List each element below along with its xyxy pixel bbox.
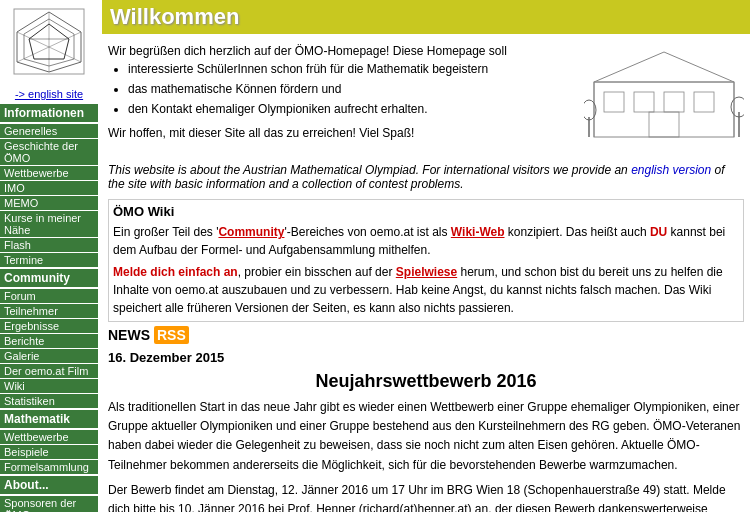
sidebar-item-ergebnisse[interactable]: Ergebnisse	[0, 319, 98, 333]
sidebar-item-imo[interactable]: IMO	[0, 181, 98, 195]
page-header: Willkommen	[102, 0, 750, 34]
logo-area	[0, 0, 98, 86]
svg-rect-10	[634, 92, 654, 112]
sidebar-item-sponsoren[interactable]: Sponsoren der ÖMO	[0, 496, 98, 512]
svg-rect-12	[694, 92, 714, 112]
building-image	[584, 42, 744, 147]
news-body-1b: Der Bewerb findet am Dienstag, 12. Jänne…	[108, 481, 744, 512]
news-body-1a: Als traditionellen Start in das neue Jah…	[108, 398, 744, 475]
sidebar-item-film[interactable]: Der oemo.at Film	[0, 364, 98, 378]
sidebar-section-informationen: Informationen Generelles Geschichte der …	[0, 104, 98, 267]
page-title: Willkommen	[110, 4, 742, 30]
italic-text-before: This website is about the Austrian Mathe…	[108, 163, 631, 177]
rss-icon[interactable]: RSS	[154, 326, 189, 344]
sidebar-item-generelles[interactable]: Generelles	[0, 124, 98, 138]
sidebar-item-formelsammlung[interactable]: Formelsammlung	[0, 460, 98, 474]
news-header: NEWS RSS	[108, 326, 744, 344]
news-title-1: Neujahrswettbewerb 2016	[108, 371, 744, 392]
sidebar-header-community[interactable]: Community	[0, 269, 98, 287]
sidebar-item-forum[interactable]: Forum	[0, 289, 98, 303]
sidebar-item-wiki[interactable]: Wiki	[0, 379, 98, 393]
sidebar-item-teilnehmer[interactable]: Teilnehmer	[0, 304, 98, 318]
svg-rect-13	[649, 112, 679, 137]
sidebar-item-geschichte[interactable]: Geschichte der ÖMO	[0, 139, 98, 165]
welcome-area: Wir begrüßen dich herzlich auf der ÖMO-H…	[102, 38, 750, 159]
svg-rect-11	[664, 92, 684, 112]
news-date-1: 16. Dezember 2015	[108, 350, 744, 365]
sidebar-item-termine[interactable]: Termine	[0, 253, 98, 267]
sidebar-header-mathematik[interactable]: Mathematik	[0, 410, 98, 428]
community-link[interactable]: Community	[218, 225, 284, 239]
sidebar-section-community: Community Forum Teilnehmer Ergebnisse Be…	[0, 269, 98, 408]
building-sketch-icon	[584, 42, 744, 142]
wiki-title: ÖMO Wiki	[113, 204, 739, 219]
english-link[interactable]: -> english site	[0, 86, 98, 104]
spielwiese-link[interactable]: Spielwiese	[396, 265, 457, 279]
sidebar-item-statistiken[interactable]: Statistiken	[0, 394, 98, 408]
logo-icon	[9, 4, 89, 79]
sidebar-header-informationen[interactable]: Informationen	[0, 104, 98, 122]
sidebar-item-kurse[interactable]: Kurse in meiner Nähe	[0, 211, 98, 237]
sidebar-item-beispiele[interactable]: Beispiele	[0, 445, 98, 459]
sidebar-item-galerie[interactable]: Galerie	[0, 349, 98, 363]
sidebar-section-about: About... Sponsoren der ÖMO Links Über oe…	[0, 476, 98, 512]
wiki-section: ÖMO Wiki Ein großer Teil des 'Community'…	[108, 199, 744, 322]
sidebar-item-berichte[interactable]: Berichte	[0, 334, 98, 348]
wiki-text: Ein großer Teil des 'Community'-Bereiche…	[113, 223, 739, 317]
wiki-para-1: Ein großer Teil des 'Community'-Bereiche…	[113, 223, 739, 259]
wiki-web-link[interactable]: Wiki-Web	[451, 225, 505, 239]
news-title: NEWS	[108, 327, 150, 343]
svg-marker-14	[594, 52, 734, 82]
english-version-link[interactable]: english version	[631, 163, 711, 177]
sidebar-item-wettbewerbe[interactable]: Wettbewerbe	[0, 166, 98, 180]
sidebar-item-memo[interactable]: MEMO	[0, 196, 98, 210]
international-para: This website is about the Austrian Mathe…	[102, 159, 750, 195]
svg-rect-9	[604, 92, 624, 112]
sidebar-item-flash[interactable]: Flash	[0, 238, 98, 252]
svg-point-18	[731, 97, 744, 117]
sidebar-item-math-wettbewerbe[interactable]: Wettbewerbe	[0, 430, 98, 444]
sidebar-header-about[interactable]: About...	[0, 476, 98, 494]
sidebar-section-mathematik: Mathematik Wettbewerbe Beispiele Formels…	[0, 410, 98, 474]
wiki-para-2: Melde dich einfach an, probier ein bissc…	[113, 263, 739, 317]
news-section: NEWS RSS 16. Dezember 2015 Neujahrswettb…	[108, 326, 744, 512]
